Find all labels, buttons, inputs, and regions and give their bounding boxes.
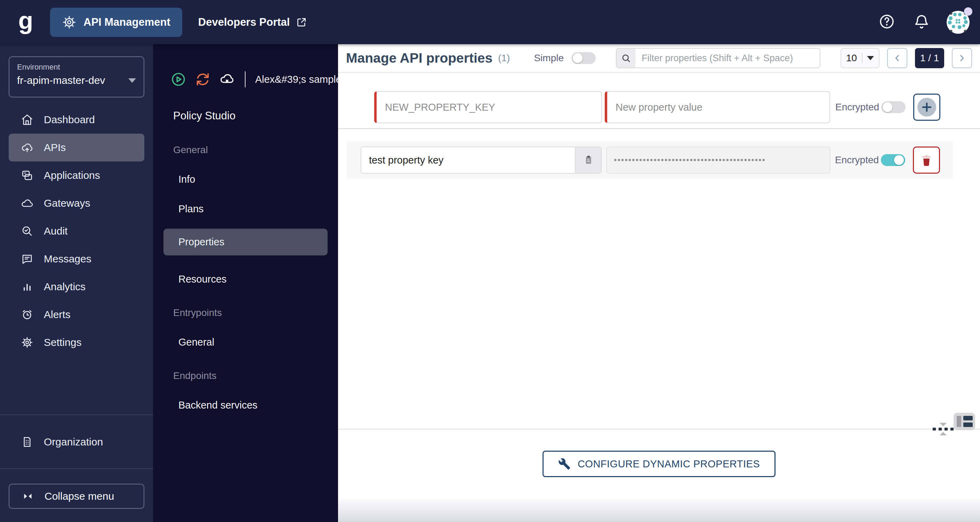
sidebar-item-analytics[interactable]: Analytics — [0, 273, 153, 301]
collapse-icon — [22, 490, 34, 502]
clipboard-icon — [582, 154, 594, 166]
sidebar-item-label: Organization — [44, 436, 103, 448]
section-title-endpoints: Endpoints — [153, 370, 338, 382]
developers-portal-label: Developers Portal — [198, 16, 290, 29]
nav-item-properties[interactable]: Properties — [164, 228, 328, 255]
divider — [245, 71, 245, 87]
simple-toggle-label: Simple — [534, 53, 564, 64]
collapse-menu-button[interactable]: Collapse menu — [9, 484, 144, 509]
sidebar-footer: Organization Collapse menu — [0, 415, 153, 522]
simple-toggle[interactable] — [571, 52, 596, 64]
cloud-icon — [21, 197, 33, 209]
api-management-button[interactable]: API Management — [50, 8, 182, 37]
chevron-right-icon — [957, 53, 967, 63]
api-header: Alex&#39;s sample … — [153, 44, 338, 89]
api-sidebar: Alex&#39;s sample … Policy Studio Genera… — [153, 44, 338, 522]
divider — [338, 128, 980, 129]
environment-sidebar: Environment fr-apim-master-dev Dashboard… — [0, 44, 153, 522]
sidebar-item-alerts[interactable]: Alerts — [0, 301, 153, 329]
previous-page-button[interactable] — [887, 48, 907, 68]
search-icon — [617, 49, 635, 67]
bar-chart-icon — [21, 281, 33, 293]
resize-handle[interactable] — [933, 423, 954, 435]
configure-area: CONFIGURE DYNAMIC PROPERTIES — [338, 451, 980, 477]
nav-item-backend-services[interactable]: Backend services — [153, 399, 338, 411]
nav-item-resources[interactable]: Resources — [153, 273, 338, 285]
divider — [862, 53, 862, 63]
nav-item-policy-studio[interactable]: Policy Studio — [153, 89, 338, 122]
cloud-unpublished-icon[interactable] — [219, 71, 235, 87]
delete-property-button[interactable] — [913, 147, 940, 174]
api-name: Alex&#39;s sample … — [255, 74, 338, 85]
gear-icon — [21, 336, 33, 349]
start-api-icon[interactable] — [170, 71, 186, 87]
sidebar-item-audit[interactable]: Audit — [0, 217, 153, 245]
collapse-menu-label: Collapse menu — [45, 490, 114, 502]
new-property-key-input[interactable] — [374, 91, 602, 123]
sidebar-item-gateways[interactable]: Gateways — [0, 189, 153, 217]
avatar-status-badge — [964, 7, 972, 16]
help-button[interactable] — [878, 13, 896, 31]
developers-portal-link[interactable]: Developers Portal — [198, 16, 308, 29]
sidebar-item-label: Alerts — [44, 309, 71, 321]
cloud-upload-icon — [21, 141, 33, 154]
split-divider — [338, 429, 980, 429]
environment-value: fr-apim-master-dev — [17, 75, 105, 86]
gear-icon — [62, 15, 76, 30]
section-title-general: General — [153, 144, 338, 156]
page-title: Manage API properties — [346, 51, 492, 66]
triangle-down-icon — [940, 423, 947, 426]
sidebar-item-label: Gateways — [44, 197, 90, 209]
sidebar-item-label: APIs — [44, 142, 66, 153]
new-property-encrypted-toggle[interactable] — [881, 101, 905, 113]
next-page-button[interactable] — [952, 48, 972, 68]
nav-item-entrypoints-general[interactable]: General — [153, 337, 338, 348]
property-value-masked: ••••••••••••••••••••••••••••••••••••••••… — [606, 147, 830, 174]
sidebar-item-dashboard[interactable]: Dashboard — [0, 106, 153, 134]
plus-icon — [917, 98, 936, 117]
organization-icon — [21, 436, 33, 448]
sidebar-menu: Dashboard APIs Applications Gateways Aud… — [0, 106, 153, 356]
page-indicator: 1 / 1 — [915, 48, 944, 68]
gravitee-console: g API Management Developers Portal — [0, 0, 980, 522]
new-property-value-input[interactable] — [605, 91, 830, 123]
nav-item-plans[interactable]: Plans — [153, 203, 338, 215]
sidebar-item-label: Settings — [44, 337, 81, 348]
notifications-button[interactable] — [913, 13, 931, 31]
sidebar-item-messages[interactable]: Messages — [0, 245, 153, 273]
alarm-clock-icon — [21, 308, 33, 321]
section-title-entrypoints: Entrypoints — [153, 307, 338, 318]
sidebar-item-label: Dashboard — [44, 114, 95, 126]
toggle-knob — [573, 53, 582, 63]
copy-to-clipboard-button[interactable] — [575, 147, 601, 173]
sidebar-item-label: Applications — [44, 169, 100, 181]
configure-dynamic-properties-button[interactable]: CONFIGURE DYNAMIC PROPERTIES — [542, 451, 775, 477]
property-key-input[interactable] — [361, 147, 575, 173]
encrypted-label: Encrypted — [835, 155, 876, 166]
applications-icon — [21, 169, 33, 182]
sidebar-item-apis[interactable]: APIs — [9, 134, 144, 161]
rows-per-page-select[interactable]: 10 — [840, 48, 880, 68]
toggle-knob — [883, 102, 892, 112]
filter-properties-input[interactable] — [635, 49, 820, 67]
gravitee-logo[interactable]: g — [14, 6, 37, 34]
sync-deploy-icon[interactable] — [195, 71, 211, 87]
environment-selector[interactable]: Environment fr-apim-master-dev — [9, 56, 144, 97]
environment-label: Environment — [17, 63, 136, 72]
sidebar-item-label: Analytics — [44, 281, 86, 293]
sidebar-item-settings[interactable]: Settings — [0, 329, 153, 356]
sidebar-item-organization[interactable]: Organization — [0, 415, 153, 468]
nav-item-info[interactable]: Info — [153, 174, 338, 185]
divider — [0, 468, 153, 469]
sidebar-item-applications[interactable]: Applications — [0, 161, 153, 189]
trash-icon — [919, 153, 934, 168]
layout-panel-icon[interactable] — [954, 413, 975, 430]
properties-count: (1) — [498, 53, 510, 64]
property-encrypted-toggle[interactable] — [881, 154, 905, 166]
api-management-label: API Management — [83, 16, 170, 29]
chevron-down-icon — [128, 78, 136, 83]
panel-left-bar — [957, 416, 961, 427]
user-avatar[interactable] — [947, 11, 970, 34]
chevron-left-icon — [892, 53, 902, 63]
add-property-button[interactable] — [913, 94, 940, 121]
